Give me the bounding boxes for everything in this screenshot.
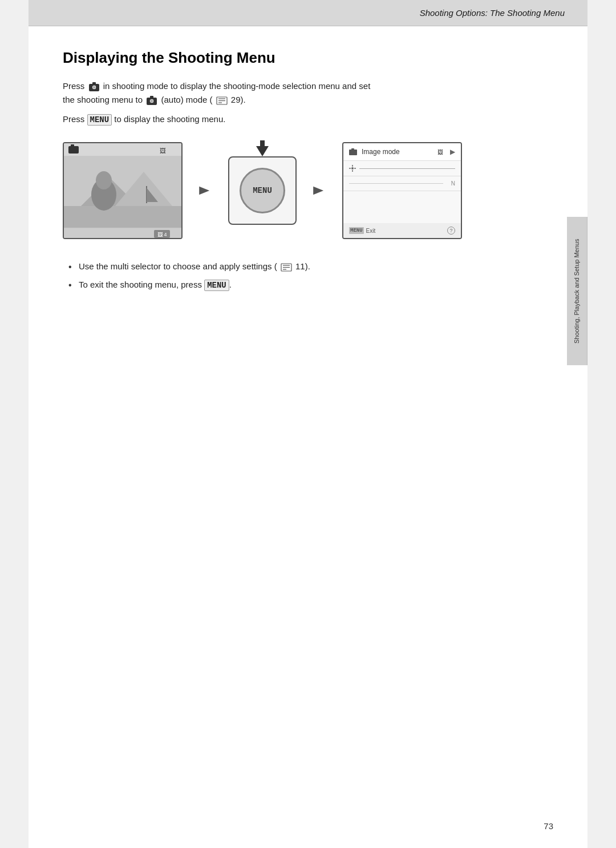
svg-rect-14 [68,146,79,154]
bullet2-suffix: . [229,280,232,289]
bullet-item-1: Use the multi selector to choose and app… [68,260,553,273]
intro-text-part3: (auto) mode ( [161,95,212,104]
header-title: Shooting Options: The Shooting Menu [420,8,565,18]
side-tab: Shooting, Playback and Setup Menus [567,217,587,365]
menu-row-empty: N [343,176,461,191]
intro-press-text: Press [63,81,84,91]
svg-point-33 [351,167,354,169]
camera-screen-svg: 🖼 4 🖼 [64,143,183,239]
side-tab-text: Shooting, Playback and Setup Menus [573,239,581,343]
right-arrow-icon [195,180,216,201]
menu-label-bullet: MENU [204,280,229,291]
menu-button-text: MENU [253,186,272,195]
help-icon: ? [447,227,455,235]
svg-rect-15 [71,144,74,147]
menu-row-value-small: N [451,180,455,187]
page: Shooting Options: The Shooting Menu Disp… [29,0,587,848]
notebook-ref-icon2 [281,263,292,272]
camera-small-icon [349,148,357,155]
arrow-right-2 [308,179,331,202]
svg-rect-18 [64,206,183,229]
svg-text:🖼 4: 🖼 4 [157,232,167,237]
bullet1-text: Use the multi selector to choose and app… [79,261,277,271]
press-menu-suffix: to display the shooting menu. [114,114,225,124]
bullet2-text: To exit the shooting menu, press [79,280,202,289]
arrow-icon: ▶ [450,148,455,156]
intro-paragraph: Press in shooting mode to display the sh… [63,79,553,107]
menu-row-image-mode-value: 🖼 [437,149,443,155]
notebook-ref-icon [216,96,228,105]
section-title: Displaying the Shooting Menu [63,49,553,67]
menu-empty-line [359,168,455,169]
right-arrow-2-icon [309,180,330,201]
menu-footer-exit-text: Exit [366,228,376,234]
svg-text:🖼: 🖼 [160,147,166,154]
menu-button-illustration: MENU [228,156,297,225]
press-label: Press [63,114,84,124]
svg-rect-29 [260,140,265,147]
svg-point-3 [92,86,95,89]
svg-point-7 [151,100,153,103]
bullet-item-2: To exit the shooting menu, press MENU. [68,278,553,292]
camera-screen-illustration: 🖼 4 🖼 [63,142,183,239]
svg-marker-27 [199,187,209,195]
bullet-list: Use the multi selector to choose and app… [68,260,553,292]
svg-marker-28 [256,146,269,156]
intro-text-part4: 29). [231,95,246,104]
svg-rect-32 [351,148,354,150]
svg-rect-5 [150,96,153,98]
header-bar: Shooting Options: The Shooting Menu [29,0,587,26]
intro-text-part2: the shooting menu to [63,95,143,104]
svg-marker-30 [313,187,323,195]
menu-screen-illustration: Image mode 🖼 ▶ N [342,142,462,239]
camera-mode-icon [89,82,99,91]
menu-row-image-mode-label: Image mode [362,148,433,156]
main-content: Displaying the Shooting Menu Press in sh… [29,26,587,344]
camera-auto-icon [147,96,157,105]
menu-footer-label: MENU [349,227,364,234]
svg-rect-31 [349,150,357,155]
diagram-section: 🖼 4 🖼 MENU [63,142,553,239]
menu-screen-footer: MENU Exit ? [343,223,461,238]
arrow-right-1 [194,179,217,202]
menu-label-inline: MENU [87,114,112,126]
svg-rect-1 [92,82,96,84]
intro-text-part1: in shooting mode to display the shooting… [103,81,371,91]
press-menu-paragraph: Press MENU to display the shooting menu. [63,112,553,126]
down-arrow-icon [254,140,271,156]
settings-icon [349,165,356,172]
bullet1-ref: 11). [295,261,310,271]
menu-button-circle[interactable]: MENU [240,168,285,213]
menu-row-settings [343,161,461,176]
menu-row-image-mode: Image mode 🖼 ▶ [343,143,461,161]
page-number: 73 [544,821,553,831]
svg-point-22 [96,171,112,189]
menu-empty-line2 [349,183,443,184]
